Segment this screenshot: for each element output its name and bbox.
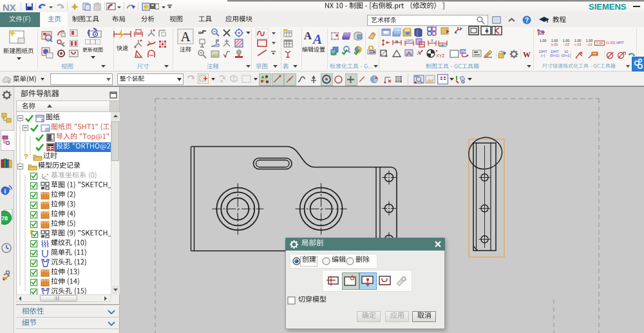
- svg-text:A: A: [304, 30, 312, 42]
- svg-text:XYZ: XYZ: [436, 53, 445, 58]
- svg-text:A: A: [312, 32, 322, 45]
- svg-text:W: W: [523, 50, 531, 59]
- svg-text:X: X: [430, 39, 433, 43]
- svg-text:PMI: PMI: [461, 50, 467, 53]
- svg-text:?: ?: [525, 17, 529, 24]
- svg-text:i: i: [5, 187, 6, 195]
- svg-text:ABC: ABC: [439, 44, 447, 48]
- svg-text:10H7: 10H7: [405, 39, 413, 43]
- svg-text:A: A: [180, 29, 191, 44]
- svg-text:78: 78: [1, 215, 8, 222]
